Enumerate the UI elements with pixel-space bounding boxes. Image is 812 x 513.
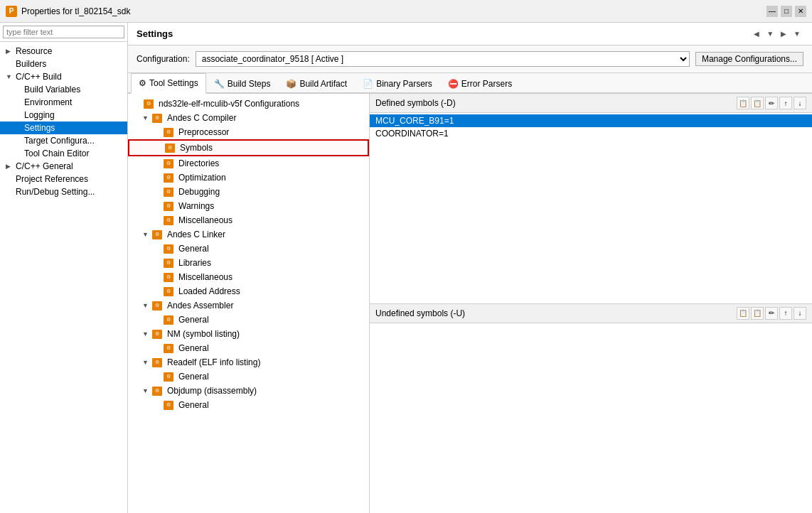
build-tree-item-nds32[interactable]: ⚙ nds32le-elf-mculib-v5f Configurations bbox=[128, 97, 369, 111]
build-label-libraries: Libraries bbox=[178, 258, 211, 268]
sidebar-item-settings[interactable]: Settings bbox=[0, 122, 127, 134]
build-icon-libraries: ⚙ bbox=[164, 259, 173, 268]
build-tree-item-preprocessor[interactable]: ⚙ Preprocessor bbox=[128, 125, 369, 139]
tab-binary-parsers[interactable]: 📄Binary Parsers bbox=[355, 73, 440, 94]
build-icon-miscellaneous-l: ⚙ bbox=[164, 273, 173, 282]
defined-symbols-header: Defined symbols (-D) 📋 📋 ✏ ↑ ↓ bbox=[370, 94, 812, 113]
sidebar-item-project-refs[interactable]: Project References bbox=[0, 173, 127, 185]
sidebar-label-environment: Environment bbox=[24, 97, 72, 107]
build-tree-item-andes-assembler[interactable]: ▼ ⚙ Andes Assembler bbox=[128, 298, 369, 313]
tab-tool-settings[interactable]: ⚙Tool Settings bbox=[131, 73, 206, 94]
build-tree-item-andes-c-compiler[interactable]: ▼ ⚙ Andes C Compiler bbox=[128, 111, 369, 125]
sidebar-label-resource: Resource bbox=[16, 46, 52, 56]
build-tree-item-general-objdump[interactable]: ⚙ General bbox=[128, 398, 369, 412]
build-tree-item-loaded-address[interactable]: ⚙ Loaded Address bbox=[128, 284, 369, 298]
undefined-copy-button[interactable]: 📋 bbox=[751, 307, 764, 320]
defined-up-button[interactable]: ↑ bbox=[779, 97, 792, 109]
manage-configurations-button[interactable]: Manage Configurations... bbox=[695, 52, 803, 66]
defined-edit-button[interactable]: ✏ bbox=[765, 97, 778, 109]
sidebar-item-run-debug[interactable]: Run/Debug Setting... bbox=[0, 185, 127, 198]
nav-forward-button[interactable]: ▶ bbox=[778, 28, 789, 39]
build-label-andes-c-compiler: Andes C Compiler bbox=[167, 113, 236, 123]
settings-header: Settings ◀ ▼ ▶ ▼ bbox=[128, 23, 812, 45]
window-title: Properties for tl_802154_sdk bbox=[21, 6, 130, 16]
undefined-down-button[interactable]: ↓ bbox=[794, 307, 806, 320]
build-icon-general-objdump: ⚙ bbox=[164, 401, 173, 410]
build-tree-item-directories[interactable]: ⚙ Directories bbox=[128, 156, 369, 171]
undefined-add-button[interactable]: 📋 bbox=[737, 307, 749, 320]
build-icon-optimization: ⚙ bbox=[164, 173, 173, 183]
build-tree-item-objdump[interactable]: ▼ ⚙ Objdump (disassembly) bbox=[128, 384, 369, 398]
build-tree-item-general-nm[interactable]: ⚙ General bbox=[128, 341, 369, 355]
sidebar-item-cpp-general[interactable]: ▶C/C++ General bbox=[0, 160, 127, 173]
tab-icon-error-parsers: ⛔ bbox=[448, 79, 459, 89]
configuration-select[interactable]: associate_coordinator_9518 [ Active ] bbox=[196, 51, 690, 67]
build-icon-andes-assembler: ⚙ bbox=[152, 301, 162, 310]
build-tree-item-miscellaneous-l[interactable]: ⚙ Miscellaneous bbox=[128, 270, 369, 284]
build-label-objdump: Objdump (disassembly) bbox=[167, 386, 257, 396]
tab-build-steps[interactable]: 🔧Build Steps bbox=[206, 73, 279, 94]
defined-copy-button[interactable]: 📋 bbox=[751, 97, 764, 109]
build-tree-item-andes-c-linker[interactable]: ▼ ⚙ Andes C Linker bbox=[128, 227, 369, 242]
tab-label-error-parsers: Error Parsers bbox=[461, 79, 512, 89]
defined-add-button[interactable]: 📋 bbox=[737, 97, 749, 109]
defined-symbol-mcu-core[interactable]: MCU_CORE_B91=1 bbox=[370, 114, 812, 127]
nav-back-button[interactable]: ◀ bbox=[751, 28, 762, 39]
defined-down-button[interactable]: ↓ bbox=[794, 97, 806, 109]
sidebar-item-environment[interactable]: Environment bbox=[0, 96, 127, 109]
build-tree-panel: ⚙ nds32le-elf-mculib-v5f Configurations … bbox=[128, 94, 370, 513]
build-expand-debugging bbox=[154, 188, 161, 195]
build-icon-general-readelf: ⚙ bbox=[164, 372, 173, 382]
build-tree-item-general-linker[interactable]: ⚙ General bbox=[128, 242, 369, 256]
build-expand-readelf: ▼ bbox=[142, 359, 149, 366]
tab-build-artifact[interactable]: 📦Build Artifact bbox=[278, 73, 355, 94]
filter-input[interactable] bbox=[3, 26, 124, 38]
build-expand-general-objdump bbox=[154, 401, 161, 409]
build-tree-item-debugging[interactable]: ⚙ Debugging bbox=[128, 185, 369, 199]
build-expand-miscellaneous-c bbox=[154, 217, 161, 224]
sidebar-item-resource[interactable]: ▶Resource bbox=[0, 45, 127, 58]
expand-arrow-cpp-general: ▶ bbox=[6, 163, 13, 170]
nav-back-dropdown[interactable]: ▼ bbox=[764, 28, 776, 39]
build-tree-item-miscellaneous-c[interactable]: ⚙ Miscellaneous bbox=[128, 213, 369, 227]
content-area: Settings ◀ ▼ ▶ ▼ Configuration: associat… bbox=[128, 23, 812, 513]
maximize-button[interactable]: □ bbox=[781, 6, 792, 17]
expand-arrow-cpp-build: ▼ bbox=[6, 73, 13, 80]
defined-symbol-coordinator[interactable]: COORDINATOR=1 bbox=[370, 127, 812, 140]
build-tree-item-warnings[interactable]: ⚙ Warnings bbox=[128, 199, 369, 213]
sidebar-item-cpp-build[interactable]: ▼C/C++ Build bbox=[0, 70, 127, 83]
build-expand-general-readelf bbox=[154, 373, 161, 380]
build-label-general-objdump: General bbox=[178, 400, 209, 410]
sidebar-item-toolchain-editor[interactable]: Tool Chain Editor bbox=[0, 147, 127, 160]
tab-error-parsers[interactable]: ⛔Error Parsers bbox=[440, 73, 520, 94]
title-bar: P Properties for tl_802154_sdk — □ ✕ bbox=[0, 0, 812, 23]
nav-forward-dropdown[interactable]: ▼ bbox=[791, 28, 803, 39]
undefined-symbols-section: Undefined symbols (-U) 📋 📋 ✏ ↑ ↓ bbox=[370, 304, 812, 514]
build-tree-item-symbols[interactable]: ⚙ Symbols bbox=[128, 139, 369, 156]
sidebar-item-builders[interactable]: Builders bbox=[0, 58, 127, 70]
build-label-debugging: Debugging bbox=[178, 187, 220, 197]
minimize-button[interactable]: — bbox=[766, 6, 778, 17]
config-label: Configuration: bbox=[137, 54, 190, 64]
sidebar-item-logging[interactable]: Logging bbox=[0, 109, 127, 122]
build-expand-loaded-address bbox=[154, 288, 161, 295]
undefined-up-button[interactable]: ↑ bbox=[779, 307, 792, 320]
build-tree-item-readelf[interactable]: ▼ ⚙ Readelf (ELF info listing) bbox=[128, 355, 369, 369]
undefined-edit-button[interactable]: ✏ bbox=[765, 307, 778, 320]
sidebar-item-build-variables[interactable]: Build Variables bbox=[0, 83, 127, 96]
build-tree-item-optimization[interactable]: ⚙ Optimization bbox=[128, 171, 369, 185]
build-tree-item-general-asm[interactable]: ⚙ General bbox=[128, 313, 369, 327]
sidebar-label-build-variables: Build Variables bbox=[24, 85, 80, 94]
build-expand-libraries bbox=[154, 259, 161, 266]
build-label-readelf: Readelf (ELF info listing) bbox=[167, 357, 260, 367]
build-expand-miscellaneous-l bbox=[154, 274, 161, 281]
sidebar-item-target-config[interactable]: Target Configura... bbox=[0, 134, 127, 147]
build-tree-item-nm[interactable]: ▼ ⚙ NM (symbol listing) bbox=[128, 327, 369, 341]
build-tree-item-libraries[interactable]: ⚙ Libraries bbox=[128, 256, 369, 270]
close-button[interactable]: ✕ bbox=[795, 6, 806, 17]
nav-arrows: ◀ ▼ ▶ ▼ bbox=[751, 28, 803, 39]
build-expand-nds32 bbox=[134, 100, 141, 107]
tab-label-build-artifact: Build Artifact bbox=[299, 79, 347, 89]
build-tree-item-general-readelf[interactable]: ⚙ General bbox=[128, 369, 369, 384]
build-icon-nm: ⚙ bbox=[152, 330, 162, 339]
